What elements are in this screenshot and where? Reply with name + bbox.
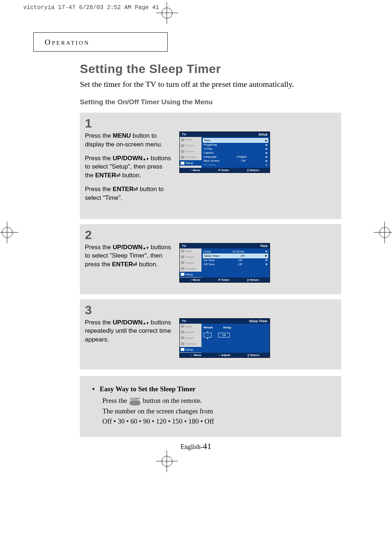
- return-icon: ▯: [247, 169, 249, 172]
- side-channel: Channel: [185, 267, 196, 270]
- page-number: English-41: [0, 441, 392, 451]
- bullet: •: [92, 384, 95, 395]
- step-number: 2: [85, 228, 337, 241]
- side-setup: Setup: [185, 161, 193, 165]
- page-prefix: English-: [181, 443, 203, 450]
- enter-icon: [133, 261, 137, 268]
- enter-icon: [116, 172, 121, 179]
- footer-return: Return: [250, 169, 259, 172]
- footer-return: Return: [250, 353, 260, 357]
- side-picture: Picture: [185, 255, 195, 259]
- updown-icon: [143, 244, 149, 251]
- step-3: 3 Press the UP/DOWN buttons repeatedly u…: [80, 299, 341, 369]
- osd-tv-label: TV: [182, 244, 186, 248]
- footer-move: Move: [193, 169, 200, 172]
- side-picture: Picture: [185, 144, 195, 147]
- osd-tv-label: TV: [182, 319, 186, 323]
- row-ontime: On Time: [204, 259, 215, 262]
- registration-mark-bottom: [156, 450, 178, 472]
- footer-enter: Enter: [222, 169, 229, 172]
- footer-enter: Enter: [222, 278, 229, 282]
- menu-bold: MENU: [113, 132, 131, 139]
- side-channel: Channel: [185, 155, 196, 159]
- page-title: Setting the Sleep Timer: [80, 62, 341, 76]
- val-language: : English: [236, 155, 247, 158]
- row-time: Time: [204, 139, 210, 142]
- osd-sleeptimer-menu: TV Sleep Timer Input Picture Sound Chann…: [179, 318, 270, 358]
- t: Press the: [85, 186, 113, 193]
- step-number: 3: [85, 304, 337, 316]
- row-bluescreen: Blue Screen: [204, 159, 220, 162]
- osd-time-menu: TV Time Input Picture Sound Channel Setu…: [179, 243, 270, 283]
- subheading: Setting the On/Off Timer Using the Menu: [80, 98, 341, 106]
- t: button.: [121, 172, 141, 179]
- row-caption: Caption: [204, 151, 214, 154]
- hdr-setup: Setup: [223, 326, 231, 329]
- footer-move: Move: [194, 353, 201, 357]
- enter-bold: ENTER: [95, 172, 116, 179]
- easy-way-box: • Easy Way to Set the Sleep Timer Press …: [80, 376, 341, 437]
- section-label: Operation: [45, 37, 90, 47]
- input-icon: [181, 138, 184, 141]
- easy-heading: Easy Way to Set the Sleep Timer: [100, 384, 196, 395]
- enter-icon: [134, 186, 138, 193]
- chevron-right-icon: ▶: [265, 139, 267, 142]
- side-input: Input: [185, 325, 192, 328]
- minute-value: - -: [204, 333, 212, 337]
- side-input: Input: [185, 138, 192, 141]
- easy-line2: The number on the screen changes from: [102, 406, 334, 417]
- footer-return: Return: [250, 278, 259, 282]
- row-clock: Clock: [204, 250, 211, 253]
- t: button on the remote.: [143, 397, 202, 404]
- updown-bold: UP/DOWN: [113, 319, 143, 326]
- easy-line3: Off • 30 • 60 • 90 • 120 • 150 • 180 • O…: [102, 416, 334, 427]
- page-num: 41: [203, 441, 212, 451]
- registration-mark-right: [374, 222, 392, 243]
- updown-icon: [143, 155, 149, 162]
- osd-title-right: Setup: [258, 133, 268, 136]
- t: button.: [137, 261, 158, 268]
- val-sleep: Off: [241, 254, 245, 258]
- row-pcsetup: PC Setup: [204, 163, 216, 166]
- step-2: 2 Press the UP/DOWN buttons to select "S…: [80, 224, 341, 294]
- row-vchip: V-Chip: [204, 147, 212, 150]
- row-offtime: Off Time: [204, 263, 215, 266]
- print-header: victoryia 17-47 6/28/03 2:52 AM Page 41: [23, 4, 159, 11]
- chevron-down-icon: ▼: [207, 337, 209, 340]
- footer-adjust: Adjust: [221, 353, 230, 357]
- step-text: Press the UP/DOWN buttons repeatedly unt…: [85, 318, 172, 349]
- updown-icon: [143, 319, 149, 326]
- step-text: Press the UP/DOWN buttons to select "Sle…: [85, 243, 172, 274]
- osd-setup-menu: TV Setup Input Picture Sound Channel Set…: [179, 132, 270, 173]
- t: Press the: [85, 155, 113, 162]
- updown-bold: UP/DOWN: [113, 155, 143, 162]
- t: Press the: [85, 319, 113, 326]
- t: Press the: [102, 397, 129, 404]
- osd-tv-label: TV: [182, 133, 186, 136]
- side-input: Input: [185, 250, 192, 253]
- enter-bold: ENTER: [112, 261, 133, 268]
- row-language: Language: [204, 155, 217, 158]
- t: Press the: [85, 132, 113, 139]
- enter-icon: ⏎: [218, 169, 221, 172]
- minute-spinner: ▲ - - ▼: [204, 331, 212, 340]
- setup-icon: [181, 162, 184, 165]
- registration-mark-left: [0, 222, 18, 243]
- hdr-minute: Minute: [204, 326, 213, 329]
- step-number: 1: [85, 117, 337, 129]
- val-bluescreen: : Off: [240, 159, 245, 162]
- side-channel: Channel: [185, 342, 196, 345]
- updown-bold: UP/DOWN: [113, 244, 143, 251]
- side-setup: Setup: [185, 273, 193, 276]
- setup-value: Off: [218, 333, 230, 337]
- row-sleep: Sleep Timer: [204, 254, 220, 258]
- enter-bold: ENTER: [113, 186, 134, 193]
- registration-mark-top: [156, 2, 178, 24]
- step-text: Press the MENU button to display the on-…: [85, 132, 172, 207]
- side-sound: Sound: [185, 336, 194, 340]
- osd-title-right: Time: [260, 244, 268, 248]
- t: Press the: [85, 244, 113, 251]
- side-sound: Sound: [185, 261, 194, 264]
- val-ontime: Off: [238, 259, 242, 262]
- picture-icon: [181, 144, 184, 147]
